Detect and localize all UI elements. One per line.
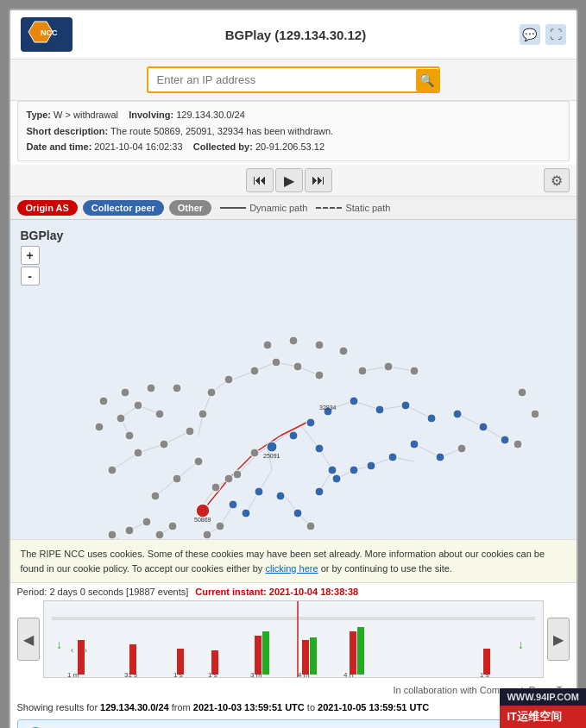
svg-text:1 s: 1 s (173, 671, 183, 678)
svg-point-125 (531, 410, 539, 418)
play-button[interactable]: ▶ (275, 168, 303, 192)
type-label: Type: (27, 110, 52, 120)
svg-text:31 s: 31 s (124, 671, 137, 678)
svg-point-98 (250, 367, 259, 375)
short-desc-label: Short description: (27, 126, 109, 136)
search-input[interactable] (147, 66, 440, 93)
involving-value: 129.134.30.0/24 (176, 110, 245, 120)
main-container: NCC RIPEstat BGPlay (129.134.30.12) 💬 ⛶ … (9, 9, 578, 728)
cookie-banner: The RIPE NCC uses cookies. Some of these… (10, 539, 577, 583)
legend-origin[interactable]: Origin AS (17, 200, 78, 216)
svg-point-124 (518, 388, 526, 397)
svg-point-85 (134, 449, 142, 457)
svg-point-117 (315, 341, 324, 349)
svg-point-75 (315, 487, 324, 496)
svg-point-120 (147, 384, 155, 392)
type-value: W > withdrawal (54, 110, 118, 120)
svg-point-94 (224, 474, 233, 483)
svg-point-73 (315, 444, 324, 453)
settings-button[interactable]: ⚙ (544, 168, 570, 192)
svg-point-63 (427, 414, 436, 423)
legend-other[interactable]: Other (169, 200, 211, 216)
svg-point-58 (306, 418, 315, 427)
cookie-continue: or by continuing to use the site. (321, 563, 452, 574)
svg-point-55 (196, 504, 210, 518)
svg-point-95 (250, 449, 259, 457)
svg-text:50869: 50869 (194, 517, 211, 523)
svg-point-61 (375, 405, 384, 414)
header-icons: 💬 ⛶ (520, 24, 566, 45)
info-desc-row: Short description: The route 50869, 2509… (27, 123, 560, 140)
timeline-prev-button[interactable]: ◀ (17, 618, 40, 661)
svg-point-56 (267, 442, 277, 452)
svg-point-118 (339, 347, 348, 355)
comment-icon[interactable]: 💬 (520, 24, 540, 45)
svg-point-104 (410, 367, 419, 375)
svg-point-114 (457, 444, 466, 453)
period-info: Period: 2 days 0 seconds [19887 events] … (17, 587, 570, 597)
timeline-nav: ◀ (17, 600, 570, 678)
svg-point-90 (125, 431, 134, 440)
svg-point-87 (117, 414, 125, 423)
legend-static-path: Static path (316, 203, 390, 213)
svg-text:1 s: 1 s (480, 671, 489, 678)
svg-point-101 (315, 371, 324, 380)
expand-icon[interactable]: ⛶ (545, 24, 566, 45)
dynamic-path-label: Dynamic path (249, 203, 307, 213)
to-date: 2021-10-05 13:59:51 UTC (318, 702, 429, 712)
logo: NCC RIPEstat (21, 17, 72, 52)
svg-point-72 (332, 474, 341, 483)
date-label: Date and time: (27, 141, 92, 152)
svg-point-112 (203, 530, 211, 539)
svg-point-67 (436, 453, 444, 461)
search-button[interactable]: 🔍 (416, 69, 438, 91)
svg-point-110 (155, 530, 164, 539)
svg-point-106 (142, 518, 151, 526)
search-input-wrap: 🔍 (147, 66, 440, 93)
svg-point-111 (216, 522, 224, 530)
svg-point-108 (108, 530, 117, 539)
static-path-label: Static path (345, 203, 390, 213)
svg-point-78 (255, 487, 263, 496)
svg-point-89 (155, 410, 164, 418)
svg-point-83 (173, 474, 181, 483)
dynamic-path-line (220, 207, 246, 209)
results-info: Showing results for 129.134.30.0/24 from… (10, 699, 577, 716)
svg-point-126 (514, 440, 522, 449)
legend-collector[interactable]: Collector peer (83, 200, 164, 216)
info-date-row: Date and time: 2021-10-04 16:02:33 Colle… (27, 139, 560, 155)
timeline-svg: › ‹ 1 m 41 s 31 s 1 s 1 s 3 m (44, 601, 543, 678)
rewind-button[interactable]: ⏮ (246, 168, 274, 192)
search-bar: 🔍 (10, 60, 577, 101)
collected-label: Collected by: (193, 141, 253, 152)
timeline-next-button[interactable]: ▶ (547, 618, 570, 661)
svg-rect-148 (302, 640, 309, 675)
svg-text:3 m: 3 m (250, 671, 262, 678)
collab-text: In collaboration with Compunet, Roma T..… (10, 681, 577, 699)
svg-text:‹: ‹ (71, 646, 73, 655)
svg-text:↓: ↓ (518, 637, 524, 651)
svg-point-79 (242, 509, 250, 518)
svg-rect-153 (357, 627, 364, 675)
svg-text:RIPEstat: RIPEstat (25, 43, 54, 51)
static-path-line (316, 207, 342, 209)
svg-point-65 (479, 423, 488, 431)
involving-label: Involving: (129, 110, 173, 120)
svg-text:25091: 25091 (263, 453, 280, 459)
svg-point-105 (198, 410, 207, 418)
timeline-chart[interactable]: › ‹ 1 m 41 s 31 s 1 s 1 s 3 m (43, 600, 544, 678)
watermark-line1: WWW.94IP.COM (500, 688, 586, 706)
svg-rect-131 (52, 617, 535, 620)
svg-point-64 (453, 410, 462, 418)
collected-value: 20-91.206.53.12 (255, 141, 325, 152)
watermark-line2: IT运维空间 (500, 706, 586, 728)
svg-text:1 m: 1 m (67, 671, 79, 678)
cookie-link[interactable]: clicking here (265, 563, 318, 574)
header: NCC RIPEstat BGPlay (129.134.30.12) 💬 ⛶ (10, 10, 577, 60)
svg-point-115 (263, 341, 272, 349)
fast-forward-button[interactable]: ⏭ (305, 168, 332, 192)
svg-rect-145 (262, 631, 269, 675)
period-text: Period: 2 days 0 seconds [19887 events] (17, 587, 189, 597)
from-date: 2021-10-03 13:59:51 UTC (193, 702, 305, 712)
svg-text:›: › (85, 646, 87, 655)
